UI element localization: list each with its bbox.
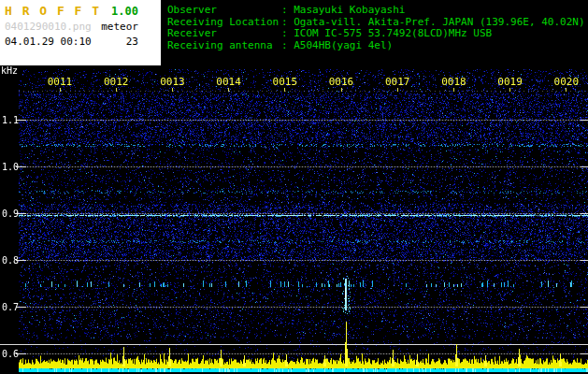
header-left-panel: H R O F F T 1.00 0401290010.png meteor 0…: [0, 0, 161, 65]
date-row: 04.01.29 00:10 23: [5, 36, 138, 48]
x-tick-label: 0018: [441, 76, 466, 88]
app-version: 1.00: [111, 5, 138, 18]
observation-datetime: 04.01.29 00:10: [5, 36, 92, 48]
y-tick-label: 0.8: [2, 255, 19, 266]
x-tick-label: 0012: [104, 76, 129, 88]
y-tick-label: 0.7: [2, 302, 19, 312]
x-tick-label: 0017: [385, 76, 410, 88]
station-info-line: Receiving antenna: A504HB(yagi 4el): [167, 40, 588, 52]
app-logo: H R O F F T: [5, 4, 101, 18]
y-axis-unit-label: kHz: [1, 65, 18, 76]
x-tick-label: 0014: [216, 76, 241, 88]
mode-label: meteor: [101, 21, 138, 33]
y-tick-label: 0.6: [2, 349, 19, 359]
logo-row: H R O F F T 1.00: [5, 4, 138, 18]
x-tick-label: 0011: [48, 76, 73, 88]
x-tick-label: 0020: [554, 76, 580, 88]
station-info-panel: Observer: Masayuki KobayashiReceiving Lo…: [161, 0, 588, 65]
y-tick-label: 1.1: [2, 115, 19, 125]
echo-count: 23: [126, 36, 138, 48]
x-tick-label: 0015: [273, 76, 298, 88]
file-row: 0401290010.png meteor: [5, 21, 138, 33]
x-tick-label: 0016: [329, 76, 354, 88]
x-tick-label: 0019: [497, 76, 523, 88]
spectrogram-canvas: [0, 65, 588, 374]
x-tick-label: 0013: [160, 76, 185, 88]
output-filename: 0401290010.png: [5, 21, 92, 33]
y-tick-label: 0.9: [2, 209, 19, 219]
y-tick-label: 1.0: [2, 162, 19, 172]
hrofft-spectrogram-screen: H R O F F T 1.00 0401290010.png meteor 0…: [0, 0, 588, 374]
